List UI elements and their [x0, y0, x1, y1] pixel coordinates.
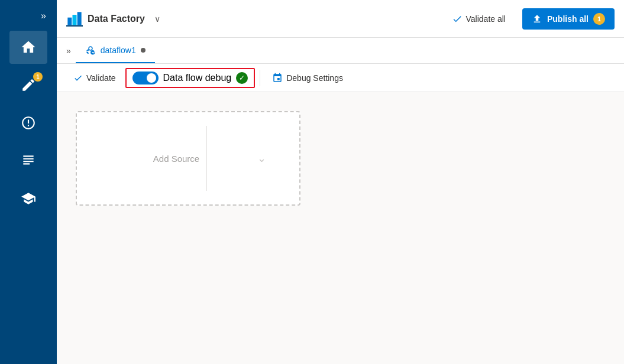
debug-check-icon: ✓: [236, 72, 248, 84]
debug-label: Data flow debug: [163, 73, 232, 83]
sidebar-item-home[interactable]: [9, 31, 47, 64]
debug-toggle[interactable]: [132, 72, 159, 84]
brand-chevron[interactable]: ∨: [154, 14, 160, 24]
debug-settings-label: Debug Settings: [286, 73, 343, 83]
publish-icon: [532, 14, 542, 24]
add-source-chevron-icon[interactable]: ⌄: [257, 152, 266, 165]
publish-all-button[interactable]: Publish all 1: [522, 8, 615, 30]
data-factory-icon: [66, 11, 83, 27]
canvas-area: Add Source ⌄: [57, 92, 624, 364]
svg-rect-3: [66, 25, 83, 26]
debug-settings-icon: [272, 73, 283, 83]
tabbar: » dataflow1: [57, 38, 624, 64]
svg-rect-0: [67, 17, 72, 25]
add-source-box[interactable]: Add Source ⌄: [76, 111, 300, 206]
validate-all-button[interactable]: Validate all: [445, 10, 513, 28]
sidebar-expand-button[interactable]: »: [36, 6, 51, 26]
svg-rect-2: [77, 12, 82, 25]
content-area: » dataflow1 Validate: [57, 38, 624, 364]
publish-badge: 1: [593, 13, 605, 25]
home-icon: [20, 39, 37, 56]
learn-icon: [21, 191, 36, 206]
tab-unsaved-indicator: [141, 48, 146, 53]
publish-all-label: Publish all: [547, 14, 589, 24]
sidebar: » 1: [0, 0, 57, 364]
sidebar-item-manage[interactable]: [9, 144, 47, 177]
tabbar-expand[interactable]: »: [62, 46, 76, 56]
brand: Data Factory: [66, 11, 145, 27]
sidebar-item-author[interactable]: 1: [9, 69, 47, 102]
toolbar-divider: [260, 70, 260, 86]
debug-settings-button[interactable]: Debug Settings: [265, 69, 350, 87]
validate-button[interactable]: Validate: [66, 70, 123, 86]
toggle-thumb: [147, 73, 156, 83]
author-badge: 1: [33, 72, 43, 82]
brand-name: Data Factory: [88, 14, 145, 24]
check-icon: [73, 73, 83, 83]
manage-icon: [21, 153, 36, 168]
add-source-divider: [206, 126, 206, 190]
toolbar: Validate Data flow debug ✓ Debug: [57, 64, 624, 92]
monitor-icon: [21, 115, 36, 131]
tab-dataflow1-label: dataflow1: [101, 46, 136, 55]
validate-all-icon: [452, 14, 463, 24]
main-area: Data Factory ∨ Validate all Publish all …: [57, 0, 624, 364]
validate-label: Validate: [86, 73, 116, 83]
dataflow-tab-icon: [85, 45, 96, 56]
sidebar-item-monitor[interactable]: [9, 106, 47, 139]
tab-dataflow1[interactable]: dataflow1: [76, 38, 155, 63]
add-source-label: Add Source: [153, 154, 223, 164]
debug-toggle-section: Data flow debug ✓: [125, 68, 256, 88]
validate-all-label: Validate all: [466, 14, 506, 24]
topbar: Data Factory ∨ Validate all Publish all …: [57, 0, 624, 38]
svg-rect-1: [73, 15, 77, 25]
toggle-track: [132, 72, 159, 84]
sidebar-item-learn[interactable]: [9, 182, 47, 215]
